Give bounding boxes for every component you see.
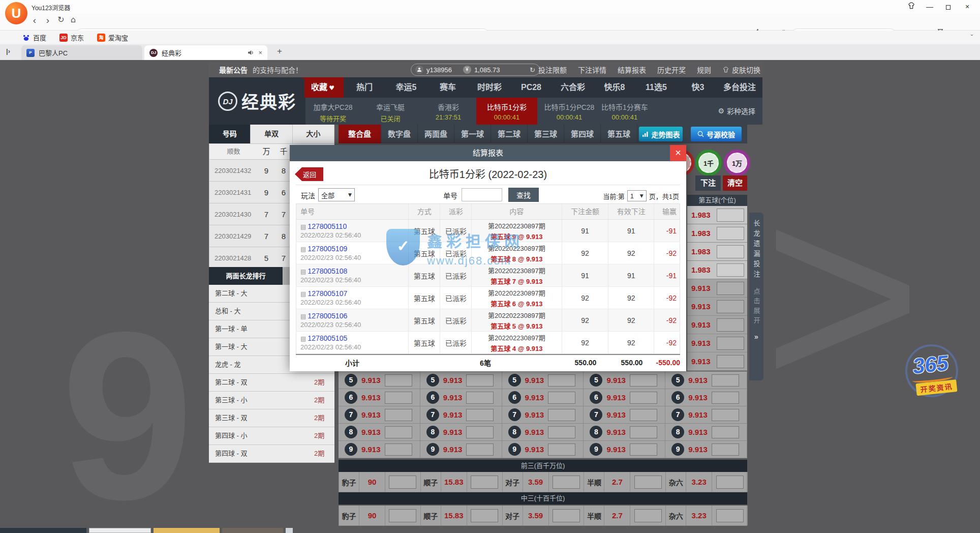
bet-cell[interactable]: 99.913 [339,441,420,458]
taskbar-window-2[interactable] [89,528,151,533]
bet-cell[interactable]: 89.913 [502,424,584,440]
bet-amount-input[interactable] [548,426,575,438]
streak-missing-strip[interactable]: 长龙遗漏投注 点击展开 » [749,213,763,380]
play-type-select[interactable]: 全部▼ [318,188,355,201]
home-icon[interactable]: ⌂ [67,15,79,24]
bet-amount-input[interactable] [553,509,580,522]
nav-item[interactable]: 11选5♥ [635,77,677,98]
bet-cell[interactable]: 89.913 [665,424,747,440]
lottery-tab[interactable]: 幸运飞艇 已关闭 [360,98,420,125]
bet-cell[interactable]: 89.913 [584,424,665,440]
bet-cell[interactable]: 99.913 [665,441,747,458]
bet-amount-input[interactable] [548,392,575,404]
bet-tab[interactable]: 第五球 [601,125,637,143]
order-id-link[interactable]: 1278005108 [308,267,347,275]
lottery-tab[interactable]: 比特币1分PC28 00:00:41 [537,98,601,125]
bet-cell[interactable]: 79.913 [339,406,420,423]
bet-tab[interactable]: 第三球 [528,125,564,143]
bet-amount-input[interactable] [712,374,739,387]
bet-cell[interactable]: 69.913 [420,389,502,406]
search-button[interactable]: 查找 [508,188,539,202]
browser-logo-icon[interactable]: U [5,2,27,24]
minimize-button[interactable]: — [922,2,937,12]
bet-amount-input[interactable] [717,245,744,258]
bet-amount-input[interactable] [717,227,744,240]
streak-tab-two-side[interactable]: 两面长龙排行 [209,267,283,285]
bookmark-baidu[interactable]: 百度 [22,33,46,42]
bet-amount-input[interactable] [716,509,744,522]
user-menu-item[interactable]: 规则 [697,65,711,75]
taskbar-window-3[interactable] [154,528,220,533]
clear-button[interactable]: 清空 [723,175,747,191]
bet-cell[interactable]: 79.913 [502,406,584,423]
bet-amount-input[interactable] [717,337,744,350]
order-id-link[interactable]: 1278005106 [308,312,347,320]
lottery-picker-button[interactable]: ⚙ 彩种选择 [718,106,755,116]
user-menu-item[interactable]: 下注详情 [578,65,606,75]
bet-cell[interactable]: 89.913 [420,424,502,440]
new-tab-button[interactable]: + [277,46,282,56]
bet-amount-input[interactable] [717,300,744,313]
order-id-link[interactable]: 1278005105 [308,334,347,342]
skin-shirt-icon[interactable] [904,2,919,12]
nav-item[interactable]: 赛车♥ [427,77,469,98]
taskbar-window-4[interactable] [222,528,283,533]
page-select[interactable]: 1▼ [627,190,647,201]
lottery-tab[interactable]: 比特币1分赛车 00:00:41 [601,98,648,125]
bet-amount-input[interactable] [630,426,657,438]
streak-row[interactable]: 第三球 - 小 2期 [209,392,334,409]
back-icon[interactable]: ‹ [28,15,41,26]
bet-amount-input[interactable] [712,426,739,438]
bet-amount-input[interactable] [717,263,744,277]
bet-tab[interactable]: 两面盘 [418,125,454,143]
refresh-icon[interactable]: ↻ [55,15,67,24]
tab-audio-icon[interactable] [248,50,254,55]
bet-tab[interactable]: 第四球 [564,125,601,143]
skin-switch[interactable]: 皮肤切换 [722,65,760,75]
streak-row[interactable]: 第二球 - 双 2期 [209,374,334,392]
order-id-link[interactable]: 1278005109 [308,245,347,253]
bet-cell[interactable]: 59.913 [502,372,584,389]
bet-tab[interactable]: 整合盘 [339,125,381,143]
tab-close-icon[interactable]: × [258,49,262,56]
forward-icon[interactable]: › [42,15,54,26]
bet-tab[interactable]: 第二球 [491,125,528,143]
lottery-tab[interactable]: 比特币1分彩 00:00:41 [476,98,537,125]
bet-amount-input[interactable] [471,509,498,522]
bet-amount-input[interactable] [712,392,739,404]
bet-cell[interactable]: 59.913 [665,372,747,389]
bet-amount-input[interactable] [553,476,580,489]
bet-amount-input[interactable] [717,209,744,222]
streak-row[interactable]: 第四球 - 小 2期 [209,427,334,445]
bet-amount-input[interactable] [466,392,494,404]
lottery-tab[interactable]: 香港彩 21:37:51 [420,98,476,125]
bet-amount-input[interactable] [466,443,494,456]
user-menu-item[interactable]: 结算报表 [618,65,646,75]
nav-item[interactable]: 幸运5♥ [385,77,427,98]
user-menu-item[interactable]: 历史开奖 [657,65,686,75]
bet-amount-input[interactable] [385,374,412,387]
user-menu-item[interactable]: 投注限额 [538,65,567,75]
bet-cell[interactable]: 79.913 [665,406,747,423]
bet-amount-input[interactable] [389,476,416,489]
bet-cell[interactable]: 79.913 [584,406,665,423]
betting-chip[interactable]: 1万 [724,150,750,176]
nav-item[interactable]: 时时彩♥ [469,77,510,98]
modal-close-button[interactable]: × [670,145,686,161]
bet-amount-input[interactable] [634,509,662,522]
streak-row[interactable]: 第四球 - 双 2期 [209,445,334,463]
bet-amount-input[interactable] [548,374,575,387]
streak-row[interactable]: 第三球 - 双 2期 [209,409,334,427]
nav-item[interactable]: 快3♥ [677,77,719,98]
nav-item[interactable]: 快乐8♥ [594,77,635,98]
bet-amount-input[interactable] [717,282,744,295]
bet-amount-input[interactable] [466,409,494,421]
panel-tab[interactable]: 大小 [293,125,334,143]
bet-amount-input[interactable] [634,476,662,489]
bet-amount-input[interactable] [385,392,412,404]
panel-tab[interactable]: 单双 [251,125,292,143]
bet-cell[interactable]: 59.913 [420,372,502,389]
bet-cell[interactable]: 79.913 [420,406,502,423]
nav-item[interactable]: PC28♥ [510,77,552,98]
bet-amount-input[interactable] [630,392,657,404]
